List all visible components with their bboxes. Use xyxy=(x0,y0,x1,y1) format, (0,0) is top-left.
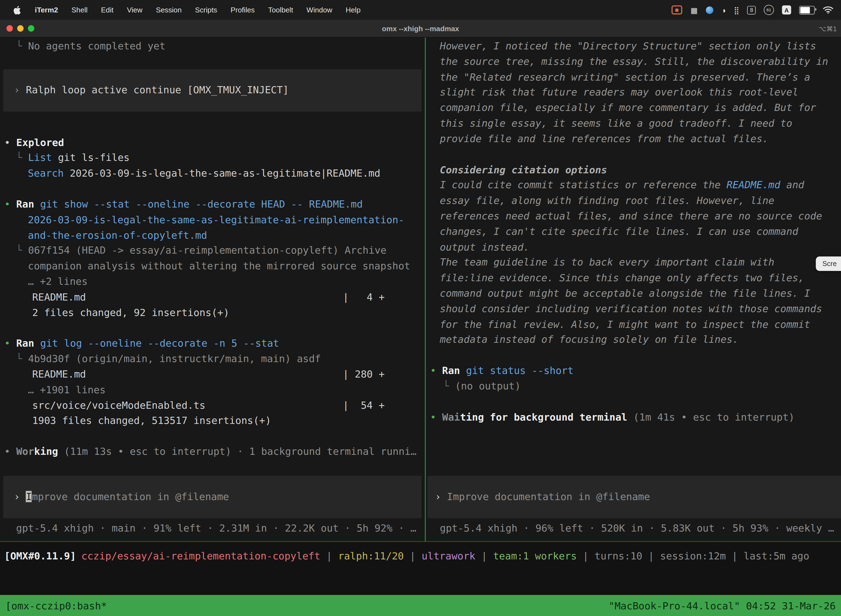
input-source-icon[interactable]: A xyxy=(782,5,791,14)
menu-item-shell[interactable]: Shell xyxy=(72,6,88,14)
output-text: 4b9d30f (origin/main, instructkr/main, m… xyxy=(28,353,321,364)
working-detail: (11m 13s • esc to interrupt) · 1 backgro… xyxy=(58,446,416,457)
output-text: companion analysis without altering the … xyxy=(28,260,410,271)
working-label-bright: king xyxy=(34,446,58,457)
command-output-line: └ 067f154 (HEAD -> essay/ai-reimplementa… xyxy=(0,243,425,259)
diffstat-summary-line: 2 files changed, 92 insertions(+) xyxy=(0,305,425,320)
more-lines-indicator: … +1901 lines xyxy=(0,383,425,398)
screen: iTerm2 Shell Edit View Session Scripts P… xyxy=(0,0,841,616)
diffstat-text: src/voice/voiceModeEnabled.ts | 54 + xyxy=(32,399,385,411)
macos-menu-bar: iTerm2 Shell Edit View Session Scripts P… xyxy=(0,0,841,20)
omx-turns: turns:10 xyxy=(595,550,642,562)
window-tiles-icon[interactable]: ▦ xyxy=(691,6,698,14)
diffstat-text: README.md | 280 + xyxy=(32,368,385,380)
diffstat-line: README.md | 280 + xyxy=(0,367,425,383)
readme-link[interactable]: README.md xyxy=(727,179,780,191)
bullet-glyph: • xyxy=(4,198,16,210)
omx-branch-path: cczip/essay/ai-reimplementation-copyleft xyxy=(81,550,320,562)
tool-args: 2026-03-09-is-legal-the-same-as-legitima… xyxy=(64,167,380,179)
no-agents-line: └ No agents completed yet xyxy=(0,39,425,54)
separator: | xyxy=(583,550,589,562)
bullet-glyph: • xyxy=(4,446,16,457)
menu-item-iterm2[interactable]: iTerm2 xyxy=(35,6,58,14)
menu-item-edit[interactable]: Edit xyxy=(101,6,113,14)
output-text: (no output) xyxy=(455,380,521,392)
screen-share-popover[interactable]: Scre xyxy=(816,257,841,271)
command-text: and-the-erosion-of-copyleft.md xyxy=(28,229,207,241)
window-title-bar: omx --xhigh --madmax ⌥⌘1 xyxy=(0,20,841,38)
ran-git-status-block: • Ran git status --short └ (no output) xyxy=(426,363,841,394)
left-composer-area: › Improve documentation in @filename gpt… xyxy=(0,476,425,541)
terminal: └ No agents completed yet › Ralph loop a… xyxy=(0,38,841,541)
bullet-glyph: • xyxy=(4,337,16,349)
separator: | xyxy=(732,550,738,562)
separator: | xyxy=(326,550,332,562)
explored-list-line: └ List git ls-files xyxy=(0,150,425,166)
gauge-icon[interactable]: 61 xyxy=(764,5,774,15)
left-pane: └ No agents completed yet › Ralph loop a… xyxy=(0,38,425,541)
window-shortcut-badge: ⌥⌘1 xyxy=(819,24,837,32)
dots-grid-icon[interactable]: ⣿ xyxy=(734,6,740,14)
menu-item-toolbelt[interactable]: Toolbelt xyxy=(268,6,293,14)
menu-item-window[interactable]: Window xyxy=(306,6,332,14)
working-label-dim: Wor xyxy=(16,446,34,457)
prompt-glyph: › xyxy=(14,491,26,502)
ralph-loop-text: Ralph loop active continue [OMX_TMUX_INJ… xyxy=(26,84,289,95)
command-text: git show --stat --oneline --decorate HEA… xyxy=(40,198,363,210)
more-lines-indicator: … +2 lines xyxy=(0,274,425,289)
menu-item-scripts[interactable]: Scripts xyxy=(195,6,217,14)
composer-input[interactable]: › Improve documentation in @filename xyxy=(3,476,422,518)
omx-team-workers: team:1 workers xyxy=(493,550,577,562)
diffstat-line: src/voice/voiceModeEnabled.ts | 54 + xyxy=(0,398,425,413)
recording-dot xyxy=(675,8,679,12)
tmux-status-bar: [omx-cczip0:bash* "MacBook-Pro-44.local"… xyxy=(0,595,841,616)
explored-title: Explored xyxy=(16,136,64,148)
omx-ralph-counter: ralph:11/20 xyxy=(338,550,404,562)
blue-app-icon[interactable] xyxy=(706,6,713,13)
composer-input[interactable]: › Improve documentation in @filename xyxy=(428,476,841,518)
battery-level xyxy=(800,7,810,13)
contrast-icon[interactable]: ◑ xyxy=(721,6,726,14)
keypad-icon[interactable]: 8 xyxy=(747,6,756,14)
explored-search-line: Search 2026-03-09-is-legal-the-same-as-l… xyxy=(0,166,425,181)
explored-title-line: • Explored xyxy=(0,135,425,150)
right-composer-area: › Improve documentation in @filename gpt… xyxy=(426,476,841,541)
tree-branch-glyph: └ xyxy=(16,353,28,364)
wifi-icon[interactable] xyxy=(823,6,834,14)
command-output-line: companion analysis without altering the … xyxy=(0,259,425,274)
ran-command-line: • Ran git status --short xyxy=(426,363,841,378)
ran-git-show-block: • Ran git show --stat --oneline --decora… xyxy=(0,197,425,320)
waiting-status-line: • Waiting for background terminal (1m 41… xyxy=(426,410,841,425)
working-status-line: • Working (11m 13s • esc to interrupt) ·… xyxy=(0,444,425,460)
diffstat-summary-line: 1903 files changed, 513517 insertions(+) xyxy=(0,413,425,428)
menu-item-profiles[interactable]: Profiles xyxy=(231,6,255,14)
composer-text: Improve documentation in @filename xyxy=(447,491,650,502)
thinking-paragraph: The team guideline is to back every impo… xyxy=(426,255,841,348)
tree-branch-glyph: └ xyxy=(16,245,28,256)
tree-branch-glyph: └ xyxy=(443,380,455,392)
bullet-glyph: • xyxy=(430,365,442,376)
thinking-paragraph: I could cite commit statistics or refere… xyxy=(426,178,841,255)
menu-item-view[interactable]: View xyxy=(127,6,142,14)
omx-last-activity: last:5m ago xyxy=(744,550,809,562)
menu-item-help[interactable]: Help xyxy=(346,6,360,14)
tmux-session-window[interactable]: [omx-cczip0:bash* xyxy=(5,600,107,611)
text-cursor: I xyxy=(26,491,32,502)
command-text: 2026-03-09-is-legal-the-same-as-legitima… xyxy=(28,214,404,225)
tree-branch-glyph: └ xyxy=(16,40,28,51)
thinking-paragraph: However, I noticed the "Directory Struct… xyxy=(426,39,841,147)
composer-text: mprove documentation in @filename xyxy=(32,491,229,502)
ran-command-line: • Ran git show --stat --oneline --decora… xyxy=(0,197,425,212)
separator: | xyxy=(410,550,416,562)
ran-verb: Ran xyxy=(16,337,40,349)
apple-menu[interactable] xyxy=(13,6,22,14)
bullet-glyph: • xyxy=(4,136,16,148)
paragraph-text: I could cite commit statistics or refere… xyxy=(440,179,727,191)
menu-item-session[interactable]: Session xyxy=(156,6,182,14)
command-output-line: └ 4b9d30f (origin/main, instructkr/main,… xyxy=(0,352,425,367)
battery-icon[interactable] xyxy=(799,6,815,14)
right-pane: However, I noticed the "Directory Struct… xyxy=(426,38,841,541)
screen-recording-icon[interactable] xyxy=(672,5,683,14)
output-text: 067f154 (HEAD -> essay/ai-reimplementati… xyxy=(28,245,387,256)
ran-git-log-block: • Ran git log --oneline --decorate -n 5 … xyxy=(0,336,425,429)
